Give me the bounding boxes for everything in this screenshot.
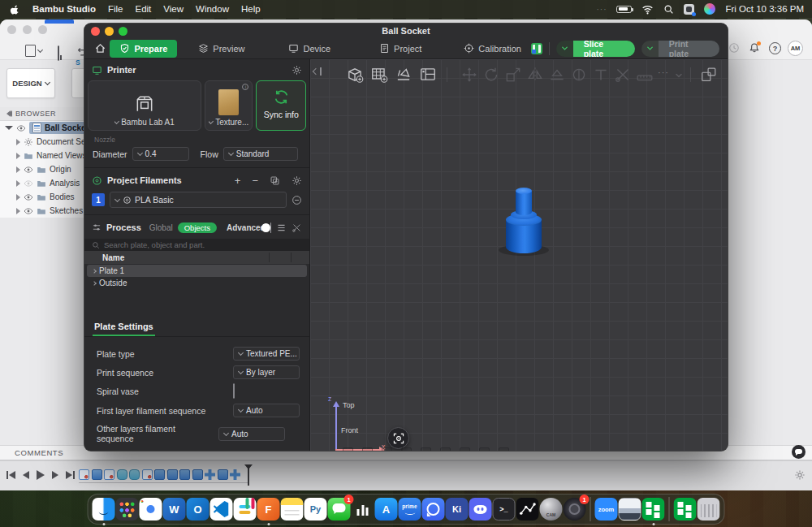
printer-settings-gear-icon[interactable]: [292, 65, 302, 76]
object-row-plate-1[interactable]: Plate 1: [87, 265, 307, 277]
gizmo-top-label[interactable]: Top: [343, 401, 355, 409]
dock-icon-zoom[interactable]: zoom: [595, 498, 618, 521]
timeline-settings-gear-icon[interactable]: [794, 469, 806, 481]
dock-icon-health-chart[interactable]: [352, 498, 374, 521]
add-model-icon[interactable]: [346, 66, 364, 84]
dock-icon-slack[interactable]: [234, 498, 257, 521]
plate-selector-icon[interactable]: [531, 43, 542, 54]
object-search-input[interactable]: [104, 240, 302, 249]
viewport-bottom-toolbar[interactable]: [343, 447, 509, 451]
tree-item-sketches[interactable]: Sketches: [0, 204, 97, 218]
info-icon[interactable]: i: [242, 84, 248, 90]
dock-icon-screen-preview[interactable]: [619, 498, 641, 521]
collapse-panel-icon[interactable]: [313, 67, 322, 76]
remove-filament-button[interactable]: −: [252, 175, 258, 186]
dock-icon-terminal[interactable]: >_: [493, 498, 516, 521]
tree-item-named-views[interactable]: Named Views: [0, 149, 97, 162]
slice-plate-button[interactable]: Slice plate: [556, 41, 635, 57]
slice-options-chevron-icon[interactable]: [556, 41, 573, 57]
3d-viewport[interactable]: ··· Top Front z x: [310, 59, 728, 451]
process-compare-icon[interactable]: [292, 222, 302, 233]
timeline-play-button[interactable]: [37, 470, 45, 480]
dock-icon-finder[interactable]: [93, 498, 115, 521]
siri-icon[interactable]: [704, 3, 715, 15]
timeline-step-forward-button[interactable]: [52, 471, 58, 479]
tab-project[interactable]: Project: [369, 40, 431, 58]
timeline-feature-icons[interactable]: [79, 469, 240, 480]
print-plate-button[interactable]: Print plate: [641, 41, 719, 57]
timeline-position-marker[interactable]: [248, 464, 249, 486]
spotlight-search-icon[interactable]: [663, 4, 674, 15]
dock-icon-launchpad[interactable]: [116, 498, 139, 521]
copy-filament-icon[interactable]: [270, 175, 280, 186]
dock-icon-kicad[interactable]: Ki: [446, 498, 469, 521]
add-plate-icon[interactable]: [370, 66, 388, 84]
fusion-ribbon-tab[interactable]: S: [76, 58, 80, 67]
mirror-tool-icon[interactable]: [526, 66, 544, 84]
home-button[interactable]: [91, 40, 110, 58]
help-icon[interactable]: ?: [769, 42, 781, 54]
timeline-step-back-button[interactable]: [23, 471, 29, 479]
expand-icon[interactable]: [92, 269, 97, 274]
gizmo-front-label[interactable]: Front: [341, 426, 358, 434]
plate-type-select[interactable]: Textured PE...: [233, 347, 300, 361]
expander-icon[interactable]: [16, 180, 20, 187]
dock-icon-node-editor[interactable]: [516, 498, 539, 521]
seam-tool-icon[interactable]: [570, 66, 588, 84]
expander-icon[interactable]: [16, 166, 20, 173]
dock-icon-messages[interactable]: 1: [328, 498, 351, 521]
collapse-browser-icon[interactable]: [6, 110, 11, 117]
scope-global-button[interactable]: Global: [149, 223, 173, 232]
flow-select[interactable]: Standard: [223, 147, 298, 161]
tab-prepare[interactable]: Prepare: [110, 40, 177, 58]
arrange-icon[interactable]: [419, 66, 437, 84]
battery-icon[interactable]: [616, 6, 632, 13]
advanced-toggle[interactable]: [270, 222, 271, 233]
add-filament-button[interactable]: +: [235, 175, 241, 186]
timeline-skip-start-button[interactable]: [6, 471, 15, 479]
tree-item-bodies[interactable]: Bodies: [0, 190, 97, 204]
tree-item-document-settings[interactable]: Document Settings: [0, 135, 97, 149]
collapse-filament-icon[interactable]: [292, 195, 302, 205]
workspace-selector[interactable]: DESIGN: [6, 68, 55, 98]
wifi-icon[interactable]: [641, 3, 654, 15]
expand-icon[interactable]: [92, 281, 97, 286]
menu-view[interactable]: View: [163, 4, 184, 14]
dock-icon-camera-lens[interactable]: 1: [564, 498, 586, 521]
auto-orient-icon[interactable]: [395, 66, 412, 84]
browser-header[interactable]: BROWSER: [0, 107, 97, 121]
process-list-icon[interactable]: [276, 222, 287, 233]
print-options-chevron-icon[interactable]: [641, 41, 659, 57]
model-stem-top[interactable]: [516, 188, 532, 194]
close-button[interactable]: [91, 27, 100, 36]
tree-item-origin[interactable]: Origin: [0, 162, 97, 176]
avatar[interactable]: AM: [788, 41, 803, 56]
expander-icon[interactable]: [5, 126, 13, 133]
fusion-file-icon[interactable]: [25, 45, 42, 57]
dock-icon-prime-video[interactable]: prime: [399, 498, 421, 521]
dock-icon-word[interactable]: W: [163, 498, 186, 521]
dock-icon-signal[interactable]: [422, 498, 445, 521]
build-plate-card[interactable]: i Texture...: [205, 80, 253, 131]
dock-icon-python[interactable]: Py: [304, 498, 327, 521]
menu-extra-icon[interactable]: [684, 4, 694, 15]
menu-window[interactable]: Window: [196, 4, 229, 14]
move-tool-icon[interactable]: [460, 66, 478, 84]
dock-icon-fusion-360[interactable]: F: [257, 498, 280, 521]
expander-icon[interactable]: [16, 139, 20, 145]
orbit-camera-button[interactable]: [387, 427, 409, 449]
measure-tool-icon[interactable]: [636, 66, 654, 84]
menu-app-name[interactable]: Bambu Studio: [32, 4, 96, 14]
dock-icon-cam-sphere[interactable]: CAM: [540, 498, 563, 521]
dock-icon-outlook[interactable]: O: [187, 498, 209, 521]
tree-item-root[interactable]: Ball Socket: [0, 121, 97, 135]
tab-preview[interactable]: Preview: [188, 40, 254, 58]
dock-icon-trash[interactable]: [698, 498, 720, 521]
nozzle-diameter-select[interactable]: 0.4: [132, 147, 189, 161]
menu-help[interactable]: Help: [241, 4, 261, 14]
window-titlebar[interactable]: Ball Socket: [84, 24, 728, 38]
fusion-document-tab[interactable]: [45, 19, 74, 24]
comment-bubble-icon[interactable]: [792, 445, 806, 459]
object-row-outside[interactable]: Outside: [84, 277, 309, 289]
filament-settings-gear-icon[interactable]: [292, 175, 302, 186]
